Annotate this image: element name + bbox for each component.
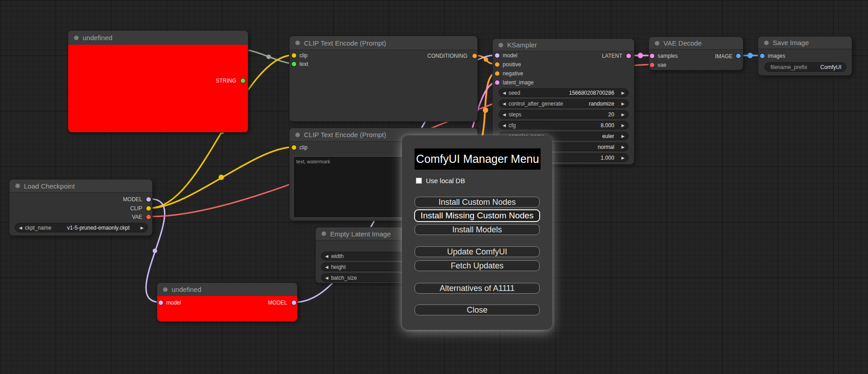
widget-label: batch_size [331, 275, 403, 281]
input-dot-samples[interactable] [650, 54, 654, 58]
increment-arrow-icon[interactable]: ▶ [621, 134, 625, 139]
close-button[interactable]: Close [415, 305, 540, 315]
output-dot-string[interactable] [241, 78, 245, 83]
input-dot-positive[interactable] [495, 62, 499, 67]
dialog-title: ComfyUI Manager Menu [415, 148, 541, 170]
node-undefined-bottom[interactable]: undefined model MODEL [157, 282, 298, 322]
widget-control-after-generate[interactable]: ◀ control_after_generate randomize ▶ [499, 99, 629, 108]
increment-arrow-icon[interactable]: ▶ [621, 123, 625, 128]
output-dot-latent[interactable] [626, 54, 631, 58]
output-label-string: STRING [216, 78, 236, 84]
update-comfyui-button[interactable]: Update ComfyUI [415, 246, 540, 257]
input-dot-clip[interactable] [292, 53, 296, 58]
widget-batch-size[interactable]: ◀ batch_size [321, 273, 407, 282]
widget-seed[interactable]: ◀ seed 156680208700286 ▶ [499, 88, 629, 97]
comfyui-manager-dialog: ComfyUI Manager Menu Use local DB Instal… [402, 135, 552, 330]
input-dot-model[interactable] [159, 300, 163, 305]
collapse-dot-icon[interactable] [15, 184, 20, 188]
node-vae-decode[interactable]: VAE Decode samples vae IMAGE [649, 37, 743, 70]
input-label-model: model [166, 300, 181, 306]
increment-arrow-icon[interactable]: ▶ [621, 145, 625, 149]
collapse-dot-icon[interactable] [295, 133, 300, 137]
wire-image-middot [747, 53, 753, 58]
increment-arrow-icon[interactable]: ▶ [621, 112, 625, 117]
widget-ckpt-name[interactable]: ◀ ckpt_name v1-5-pruned-emaonly.ckpt ▶ [15, 223, 148, 232]
node-save-image-titlebar[interactable]: Save Image [758, 37, 852, 49]
node-empty-latent-image[interactable]: Empty Latent Image ◀ width ◀ height ◀ ba… [315, 227, 409, 283]
install-missing-custom-nodes-button[interactable]: Install Missing Custom Nodes [414, 209, 540, 222]
input-dot-text[interactable] [292, 62, 296, 66]
collapse-dot-icon[interactable] [74, 36, 79, 40]
node-clip-text-encode-1[interactable]: CLIP Text Encode (Prompt) clip text COND… [289, 36, 478, 122]
input-label-text: text [299, 61, 308, 67]
collapse-dot-icon[interactable] [163, 287, 168, 292]
node-undefined-top[interactable]: undefined STRING [68, 30, 248, 133]
wire-clip-2-middot [219, 175, 224, 180]
widget-filename-prefix[interactable]: filename_prefix ComfyUI [765, 62, 846, 72]
increment-arrow-icon[interactable]: ▶ [621, 91, 625, 95]
input-dot-images[interactable] [760, 54, 765, 58]
widget-label: ckpt_name [25, 225, 67, 231]
collapse-dot-icon[interactable] [322, 231, 326, 236]
widget-cfg[interactable]: ◀ cfg 8.000 ▶ [499, 121, 629, 129]
output-dot-vae[interactable] [146, 215, 151, 219]
output-dot-model[interactable] [292, 300, 296, 305]
node-title: CLIP Text Encode (Prompt) [304, 39, 386, 47]
output-dot-model[interactable] [146, 197, 151, 202]
collapse-dot-icon[interactable] [499, 43, 503, 47]
node-load-checkpoint[interactable]: Load Checkpoint MODEL CLIP VAE ◀ ckpt_na… [9, 179, 153, 236]
error-node-body [68, 45, 248, 132]
widget-label: filename_prefix [770, 64, 807, 70]
increment-arrow-icon[interactable]: ▶ [621, 156, 625, 160]
output-label-vae: VAE [132, 214, 142, 220]
decrement-arrow-icon[interactable]: ◀ [325, 276, 328, 280]
wire-model-1-middot [153, 249, 157, 253]
widget-height[interactable]: ◀ height [321, 263, 407, 271]
node-clip-text-encode-1-titlebar[interactable]: CLIP Text Encode (Prompt) [289, 36, 477, 50]
widget-value: 1.000 [601, 155, 614, 161]
collapse-dot-icon[interactable] [295, 41, 300, 45]
decrement-arrow-icon[interactable]: ◀ [503, 123, 506, 128]
decrement-arrow-icon[interactable]: ◀ [503, 102, 506, 106]
input-label-clip: clip [299, 144, 308, 151]
use-local-db-checkbox[interactable] [416, 178, 422, 184]
collapse-dot-icon[interactable] [655, 41, 659, 46]
decrement-arrow-icon[interactable]: ◀ [325, 265, 328, 269]
node-title: undefined [83, 34, 112, 42]
input-dot-vae[interactable] [650, 63, 654, 67]
collapse-dot-icon[interactable] [764, 41, 769, 45]
increment-arrow-icon[interactable]: ▶ [621, 102, 625, 106]
output-label-latent: LATENT [602, 53, 622, 59]
widget-width[interactable]: ◀ width [321, 252, 407, 260]
fetch-updates-button[interactable]: Fetch Updates [415, 260, 540, 271]
node-vae-decode-titlebar[interactable]: VAE Decode [649, 37, 743, 50]
output-dot-conditioning[interactable] [472, 54, 477, 58]
decrement-arrow-icon[interactable]: ◀ [503, 112, 506, 117]
use-local-db-row[interactable]: Use local DB [416, 177, 465, 185]
input-dot-clip[interactable] [292, 145, 296, 150]
node-title: KSampler [507, 41, 537, 49]
install-models-button[interactable]: Install Models [415, 224, 540, 235]
node-load-checkpoint-titlebar[interactable]: Load Checkpoint [9, 180, 152, 193]
output-label-conditioning: CONDITIONING [427, 53, 467, 59]
alternatives-of-a1111-button[interactable]: Alternatives of A1111 [415, 283, 540, 294]
decrement-arrow-icon[interactable]: ◀ [19, 226, 22, 230]
input-dot-negative[interactable] [495, 71, 499, 76]
install-custom-nodes-button[interactable]: Install Custom Nodes [415, 197, 540, 208]
widget-steps[interactable]: ◀ steps 20 ▶ [499, 110, 629, 119]
widget-value: 156680208700286 [569, 90, 614, 96]
node-empty-latent-image-titlebar[interactable]: Empty Latent Image [316, 227, 408, 240]
increment-arrow-icon[interactable]: ▶ [140, 226, 144, 230]
decrement-arrow-icon[interactable]: ◀ [325, 254, 328, 259]
input-label-clip: clip [299, 52, 308, 59]
input-dot-latent-image[interactable] [495, 80, 499, 85]
output-dot-clip[interactable] [146, 206, 151, 211]
output-dot-image[interactable] [736, 54, 741, 58]
decrement-arrow-icon[interactable]: ◀ [503, 91, 506, 95]
node-ksampler-titlebar[interactable]: KSampler [493, 39, 634, 51]
node-save-image[interactable]: Save Image images filename_prefix ComfyU… [758, 36, 852, 76]
input-dot-model[interactable] [495, 53, 499, 58]
node-graph-canvas[interactable]: undefined STRING CLIP Text Encode (Promp… [0, 0, 868, 374]
node-undefined-top-titlebar[interactable]: undefined [68, 31, 248, 45]
node-undefined-bottom-titlebar[interactable]: undefined [157, 283, 297, 296]
